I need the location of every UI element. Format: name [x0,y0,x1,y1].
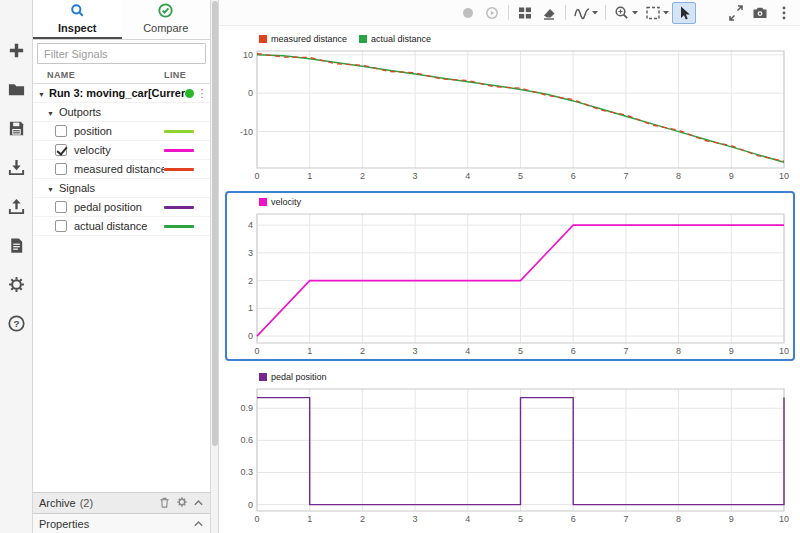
signal-visibility-checkbox[interactable] [55,201,67,213]
legend-item: measured distance [259,34,347,44]
import-icon[interactable] [6,157,26,177]
svg-text:7: 7 [623,514,628,524]
svg-text:0: 0 [254,171,259,181]
collapse-archive-chevron-icon[interactable] [193,497,204,509]
svg-text:3: 3 [413,346,418,356]
group-row[interactable]: Signals [33,179,210,198]
group-label: Outports [59,106,101,118]
pointer-tool-icon[interactable] [672,2,696,24]
svg-text:10: 10 [779,514,789,524]
run-status-dot [185,89,194,98]
open-folder-icon[interactable] [6,79,26,99]
scrollbar-thumb[interactable] [212,1,218,446]
run-menu-icon[interactable] [194,87,210,100]
add-icon[interactable] [6,40,26,60]
preferences-gear-icon[interactable] [6,274,26,294]
signal-table-body: Run 3: moving_car[Current] Outportsposit… [33,84,210,492]
legend-swatch-icon [259,373,267,381]
signal-name: velocity [74,144,164,156]
column-line: LINE [164,70,210,80]
svg-text:0: 0 [248,88,253,98]
plot-legend: pedal position [229,369,791,384]
collapse-caret-icon[interactable] [47,182,54,194]
plot-canvas[interactable]: 01234567891001234 [229,209,791,358]
legend-item: pedal position [259,372,327,382]
svg-text:5: 5 [518,171,523,181]
svg-text:0: 0 [254,346,259,356]
snapshot-camera-icon[interactable] [748,2,772,24]
collapse-caret-icon[interactable] [38,87,45,99]
archive-bar[interactable]: Archive (2) [33,492,210,513]
legend-swatch-icon [259,35,267,43]
run-row[interactable]: Run 3: moving_car[Current] [33,84,210,103]
subplot-pedal-position[interactable]: pedal position 01234567891000.30.60.9 [225,366,795,529]
signal-visibility-checkbox[interactable] [55,125,67,137]
sidebar: Inspect Compare NAME LINE Run 3: moving_… [33,0,211,533]
plot-area: measured distanceactual distance 0123456… [219,0,800,533]
plot-toolbar [219,0,800,26]
filter-signals-input[interactable] [37,43,206,64]
tab-inspect[interactable]: Inspect [33,0,122,39]
record-icon[interactable] [456,2,480,24]
plot-legend: velocity [229,194,791,209]
signal-row[interactable]: position [33,122,210,141]
svg-text:9: 9 [729,346,734,356]
expand-properties-chevron-icon[interactable] [193,518,204,530]
fit-to-view-icon[interactable] [641,2,672,24]
group-row[interactable]: Outports [33,103,210,122]
plot-canvas[interactable]: 01234567891000.30.60.9 [229,384,791,526]
search-icon [70,3,85,20]
properties-bar[interactable]: Properties [33,513,210,533]
toolbar-divider [565,5,566,20]
svg-text:8: 8 [676,171,681,181]
svg-text:7: 7 [623,346,628,356]
subplot-layout-icon[interactable] [513,2,537,24]
signal-row[interactable]: velocity [33,141,210,160]
expand-fullscreen-icon[interactable] [724,2,748,24]
subplot-velocity-selected[interactable]: velocity 01234567891001234 [225,191,795,361]
svg-text:1: 1 [307,514,312,524]
svg-text:?: ? [13,318,19,329]
trash-icon[interactable] [158,496,171,511]
create-report-icon[interactable] [6,235,26,255]
check-circle-icon [158,3,173,20]
tab-inspect-label: Inspect [58,22,97,34]
signal-row[interactable]: pedal position [33,198,210,217]
svg-text:4: 4 [248,220,253,230]
svg-text:10: 10 [243,50,253,60]
help-icon[interactable]: ? [6,313,26,333]
signal-line-swatch [164,149,194,152]
signal-visibility-checkbox[interactable] [55,144,67,156]
svg-text:3: 3 [413,171,418,181]
signal-generator-icon[interactable] [570,2,601,24]
svg-text:10: 10 [779,171,789,181]
export-icon[interactable] [6,196,26,216]
signal-name: pedal position [74,201,164,213]
svg-text:8: 8 [676,514,681,524]
archive-label: Archive [39,497,76,509]
left-toolbar: ? [0,0,33,533]
replay-icon[interactable] [480,2,504,24]
signal-line-swatch [164,168,194,171]
clear-plots-eraser-icon[interactable] [537,2,561,24]
svg-text:2: 2 [360,171,365,181]
svg-text:6: 6 [571,171,576,181]
svg-text:0.3: 0.3 [240,467,253,477]
subplot-measured-vs-actual[interactable]: measured distanceactual distance 0123456… [225,28,795,186]
save-icon[interactable] [6,118,26,138]
properties-label: Properties [39,518,89,530]
signal-visibility-checkbox[interactable] [55,163,67,175]
more-options-icon[interactable] [772,2,796,24]
signal-visibility-checkbox[interactable] [55,220,67,232]
signal-row[interactable]: actual distance [33,217,210,236]
signal-row[interactable]: measured distance [33,160,210,179]
archive-settings-gear-icon[interactable] [176,496,188,510]
sidebar-scrollbar[interactable] [211,0,219,533]
svg-text:7: 7 [623,171,628,181]
group-label: Signals [59,182,95,194]
tab-compare[interactable]: Compare [122,0,211,39]
plot-canvas[interactable]: 012345678910-10010 [229,46,791,183]
zoom-in-icon[interactable] [610,2,641,24]
svg-text:9: 9 [729,514,734,524]
collapse-caret-icon[interactable] [47,106,54,118]
